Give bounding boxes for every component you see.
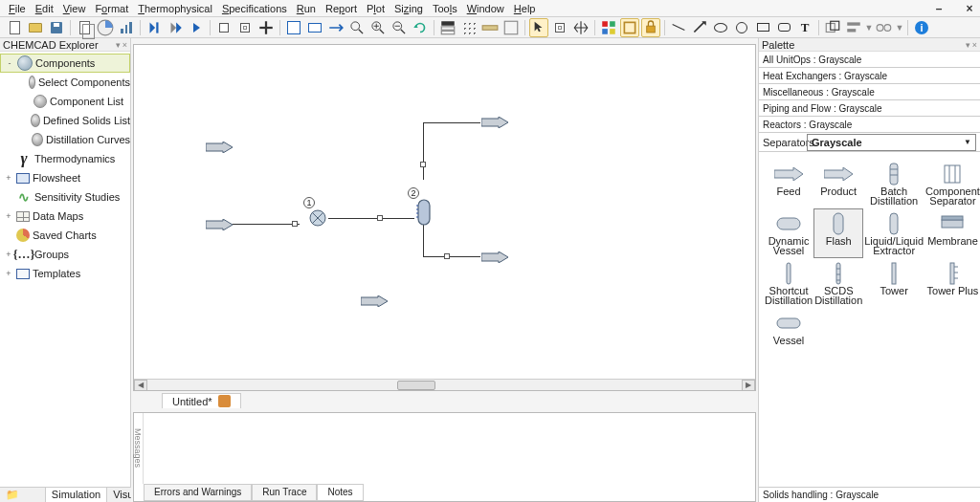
color-button[interactable] — [599, 18, 618, 37]
scroll-right-button[interactable]: ▶ — [742, 380, 755, 391]
draw-circle-button[interactable] — [732, 18, 751, 37]
menu-sizing[interactable]: Sizing — [390, 3, 428, 14]
info-button[interactable]: i — [912, 18, 931, 37]
explorer-close-icon[interactable]: × — [122, 40, 127, 50]
palette-pin-icon[interactable]: ▾ — [966, 40, 970, 50]
msg-tab-notes[interactable]: Notes — [317, 484, 363, 501]
report-button[interactable] — [75, 18, 94, 37]
tree-node-groups[interactable]: +{…}Groups — [0, 245, 130, 264]
refresh-button[interactable] — [411, 18, 430, 37]
palette-item-dynamic-vessel[interactable]: Dynamic Vessel — [765, 209, 813, 257]
chart-bar-button[interactable] — [117, 18, 136, 37]
lock-button[interactable] — [641, 18, 660, 37]
select-box-button[interactable] — [214, 18, 234, 37]
palette-section-piping[interactable]: Piping and Flow : Grayscale — [759, 100, 980, 117]
stream-node[interactable] — [444, 253, 450, 259]
tree-node-defined-solids-list[interactable]: Defined Solids List — [0, 111, 130, 130]
feed-arrow-1[interactable] — [206, 142, 233, 153]
expand-icon[interactable]: + — [4, 173, 13, 183]
zoom-extents-button[interactable] — [284, 18, 303, 37]
new-button[interactable] — [5, 18, 24, 37]
zoom-arrow-button[interactable] — [326, 18, 345, 37]
expand-icon[interactable]: + — [4, 211, 13, 221]
palette-item-shortcut-distillation[interactable]: Shortcut Distillation — [765, 259, 813, 307]
menu-view[interactable]: View — [58, 3, 91, 14]
palette-close-icon[interactable]: × — [972, 40, 977, 50]
explorer-tab-recent[interactable]: 📁 Recent F — [0, 488, 46, 502]
explorer-tab-simulation[interactable]: Simulation — [46, 488, 107, 502]
menu-window[interactable]: Window — [462, 3, 509, 14]
doc-tab-close-icon[interactable] — [218, 395, 231, 407]
misc-button-1[interactable] — [256, 18, 276, 37]
highlight-button[interactable] — [620, 18, 639, 37]
palette-item-tower-plus[interactable]: Tower Plus — [925, 259, 980, 307]
menu-run[interactable]: Run — [292, 3, 321, 14]
palette-item-liquid-liquid-extractor[interactable]: Liquid/Liquid Extractor — [864, 209, 924, 257]
palette-item-feed[interactable]: Feed — [765, 160, 813, 207]
menu-thermophysical[interactable]: Thermophysical — [133, 3, 217, 14]
palette-style-select[interactable]: Grayscale▼ — [807, 134, 976, 151]
stream-node[interactable] — [377, 215, 383, 221]
mixer-unit[interactable] — [309, 209, 326, 227]
chart-pie-button[interactable] — [96, 18, 115, 37]
palette-section-all[interactable]: All UnitOps : Grayscale — [759, 52, 980, 68]
draw-ellipse-button[interactable] — [711, 18, 730, 37]
msg-tab-errors[interactable]: Errors and Warnings — [144, 484, 252, 501]
zoom-box-button[interactable] — [305, 18, 324, 37]
palette-item-vessel[interactable]: Vessel — [765, 309, 813, 357]
palette-item-tower[interactable]: Tower — [864, 259, 924, 307]
half-step-button[interactable] — [166, 18, 185, 37]
draw-rect-button[interactable] — [753, 18, 772, 37]
canvas-hscroll[interactable]: ◀ ▶ — [134, 379, 755, 390]
grid-button[interactable] — [438, 18, 457, 37]
menu-format[interactable]: Format — [90, 3, 133, 14]
expand-icon[interactable]: + — [4, 269, 13, 278]
draw-rrect-button[interactable] — [774, 18, 793, 37]
palette-item-flash[interactable]: Flash — [814, 209, 862, 257]
palette-item-batch-distillation[interactable]: Batch Distillation — [864, 160, 924, 207]
palette-item-scds-distillation[interactable]: SCDS Distillation — [814, 259, 862, 307]
window-maximize-button[interactable] — [947, 2, 961, 15]
tree-node-components[interactable]: -Components — [0, 54, 130, 73]
menu-file[interactable]: File — [4, 3, 31, 14]
run-button[interactable] — [187, 18, 206, 37]
menu-plot[interactable]: Plot — [362, 3, 390, 14]
align-button[interactable] — [844, 18, 863, 37]
open-button[interactable] — [26, 18, 45, 37]
menu-report[interactable]: Report — [321, 3, 362, 14]
ruler-button[interactable] — [480, 18, 500, 37]
step-button[interactable] — [145, 18, 164, 37]
flowsheet-canvas[interactable]: 1 2 ◀ ▶ — [133, 44, 756, 391]
zoom-out-button[interactable] — [390, 18, 409, 37]
doc-tab-untitled[interactable]: Untitled* — [162, 393, 241, 408]
scroll-thumb[interactable] — [397, 381, 435, 390]
tree-node-thermodynamics[interactable]: γThermodynamics — [0, 149, 130, 168]
stream-node[interactable] — [292, 221, 298, 227]
dot-grid-button[interactable] — [459, 18, 479, 37]
select-dash-button[interactable] — [235, 18, 255, 37]
draw-text-button[interactable]: T — [795, 18, 814, 37]
pointer-button[interactable] — [529, 18, 548, 37]
draw-arrow-button[interactable] — [690, 18, 709, 37]
tree-node-saved-charts[interactable]: Saved Charts — [0, 226, 130, 245]
zoom-in-button[interactable] — [368, 18, 388, 37]
misc-button-2[interactable] — [501, 18, 521, 37]
menu-edit[interactable]: Edit — [31, 3, 58, 14]
tree-node-distillation-curves[interactable]: Distillation Curves — [0, 130, 130, 149]
floating-arrow[interactable] — [361, 295, 388, 307]
palette-section-heat[interactable]: Heat Exchangers : Grayscale — [759, 68, 980, 84]
palette-section-misc[interactable]: Miscellaneous : Grayscale — [759, 84, 980, 100]
tree-node-select-components[interactable]: Select Components — [0, 73, 130, 92]
msg-tab-runtrace[interactable]: Run Trace — [252, 484, 317, 501]
tree-node-data-maps[interactable]: +Data Maps — [0, 207, 130, 226]
tree-node-sensitivity-studies[interactable]: ∿Sensitivity Studies — [0, 187, 130, 207]
palette-item-product[interactable]: Product — [814, 160, 862, 207]
tree-node-templates[interactable]: +Templates — [0, 264, 130, 283]
product-arrow-1[interactable] — [481, 117, 508, 128]
save-button[interactable] — [47, 18, 66, 37]
zoom-area-button[interactable] — [347, 18, 367, 37]
pan-button[interactable] — [571, 18, 590, 37]
tree-node-component-list[interactable]: Component List — [0, 92, 130, 111]
window-minimize-button[interactable]: – — [932, 2, 946, 15]
distribute-button[interactable] — [875, 18, 894, 37]
